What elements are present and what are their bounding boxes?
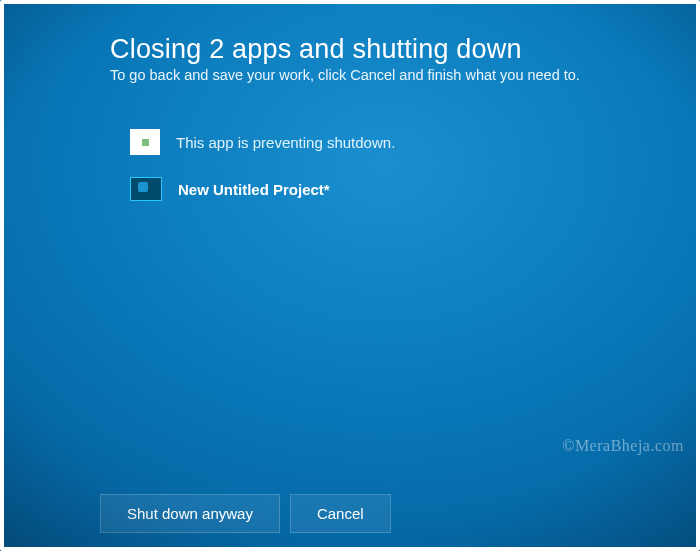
shutdown-screen: Closing 2 apps and shutting down To go b… [0, 0, 700, 551]
page-subtitle: To go back and save your work, click Can… [110, 67, 660, 83]
watermark-text: ©MeraBheja.com [562, 437, 684, 455]
app-list: This app is preventing shutdown. New Unt… [130, 129, 660, 201]
app-name-text: New Untitled Project* [178, 181, 330, 198]
page-title: Closing 2 apps and shutting down [110, 34, 660, 65]
content-area: Closing 2 apps and shutting down To go b… [110, 34, 660, 223]
cancel-button[interactable]: Cancel [290, 494, 391, 533]
app-row: New Untitled Project* [130, 177, 660, 201]
button-bar: Shut down anyway Cancel [100, 494, 391, 533]
app-row: This app is preventing shutdown. [130, 129, 660, 155]
app-status-text: This app is preventing shutdown. [176, 134, 395, 151]
video-app-icon [130, 177, 162, 201]
shutdown-anyway-button[interactable]: Shut down anyway [100, 494, 280, 533]
blank-app-icon [130, 129, 160, 155]
